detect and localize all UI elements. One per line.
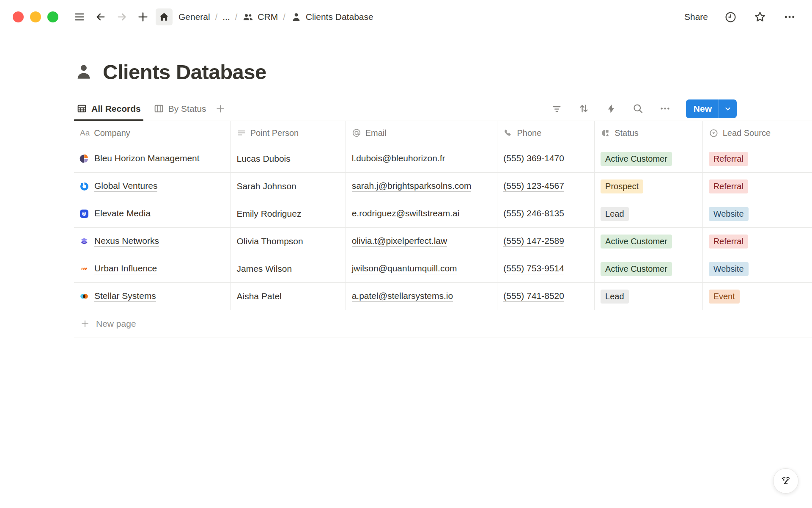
notion-ai-button[interactable] bbox=[773, 468, 798, 494]
email-link[interactable]: l.dubois@bleuhorizon.fr bbox=[352, 153, 445, 164]
table-row[interactable]: Global Ventures Sarah Johnson sarah.j@br… bbox=[74, 173, 812, 200]
status-badge[interactable]: Active Customer bbox=[601, 235, 672, 248]
table-row[interactable]: Urban Influence James Wilson jwilson@qua… bbox=[74, 255, 812, 283]
table-row[interactable]: Bleu Horizon Management Lucas Dubois l.d… bbox=[74, 145, 812, 173]
cell-status[interactable]: Active Customer bbox=[595, 228, 703, 255]
sidebar-menu-icon[interactable] bbox=[71, 8, 88, 25]
cell-lead-source[interactable]: Referral bbox=[703, 173, 812, 200]
cell-point-person[interactable]: Aisha Patel bbox=[231, 283, 346, 310]
company-link[interactable]: Urban Influence bbox=[94, 263, 157, 274]
company-link[interactable]: Nexus Networks bbox=[94, 236, 159, 247]
sort-icon[interactable] bbox=[577, 102, 591, 116]
new-page-row[interactable]: New page bbox=[74, 310, 812, 337]
phone-link[interactable]: (555) 741-8520 bbox=[503, 291, 564, 302]
cell-status[interactable]: Lead bbox=[595, 283, 703, 310]
cell-phone[interactable]: (555) 147-2589 bbox=[497, 228, 595, 255]
cell-phone[interactable]: (555) 123-4567 bbox=[497, 173, 595, 200]
cell-email[interactable]: e.rodriguez@swiftstream.ai bbox=[346, 200, 498, 227]
view-more-icon[interactable] bbox=[658, 102, 672, 116]
share-button[interactable]: Share bbox=[684, 12, 708, 22]
new-record-button[interactable]: New bbox=[686, 99, 737, 118]
page-title[interactable]: Clients Database bbox=[103, 60, 266, 84]
email-link[interactable]: sarah.j@brightsparksolns.com bbox=[352, 181, 472, 192]
column-header-email[interactable]: Email bbox=[346, 121, 498, 145]
cell-point-person[interactable]: James Wilson bbox=[231, 255, 346, 282]
cell-email[interactable]: olivia.t@pixelperfect.law bbox=[346, 228, 498, 255]
email-link[interactable]: a.patel@stellarsystems.io bbox=[352, 291, 453, 302]
status-badge[interactable]: Prospect bbox=[601, 179, 643, 193]
cell-email[interactable]: a.patel@stellarsystems.io bbox=[346, 283, 498, 310]
cell-company[interactable]: Nexus Networks bbox=[74, 228, 231, 255]
cell-status[interactable]: Prospect bbox=[595, 173, 703, 200]
search-icon[interactable] bbox=[631, 102, 645, 116]
minimize-window-button[interactable] bbox=[30, 11, 41, 22]
cell-phone[interactable]: (555) 753-9514 bbox=[497, 255, 595, 282]
cell-company[interactable]: Global Ventures bbox=[74, 173, 231, 200]
breadcrumb-current-page[interactable]: Clients Database bbox=[291, 11, 373, 23]
column-header-lead-source[interactable]: Lead Source bbox=[703, 121, 812, 145]
lead-source-badge[interactable]: Referral bbox=[709, 179, 748, 193]
table-row[interactable]: Nexus Networks Olivia Thompson olivia.t@… bbox=[74, 228, 812, 255]
cell-phone[interactable]: (555) 741-8520 bbox=[497, 283, 595, 310]
lead-source-badge[interactable]: Event bbox=[709, 290, 740, 304]
lead-source-badge[interactable]: Referral bbox=[709, 152, 748, 166]
close-window-button[interactable] bbox=[13, 11, 24, 22]
company-link[interactable]: Elevate Media bbox=[94, 208, 151, 219]
cell-company[interactable]: Elevate Media bbox=[74, 200, 231, 227]
more-options-icon[interactable] bbox=[782, 10, 797, 24]
column-header-phone[interactable]: Phone bbox=[497, 121, 595, 145]
tab-by-status[interactable]: By Status bbox=[151, 97, 209, 121]
cell-company[interactable]: Urban Influence bbox=[74, 255, 231, 282]
tab-all-records[interactable]: All Records bbox=[74, 97, 143, 121]
cell-point-person[interactable]: Olivia Thompson bbox=[231, 228, 346, 255]
new-record-dropdown[interactable] bbox=[719, 99, 737, 118]
status-badge[interactable]: Active Customer bbox=[601, 262, 672, 276]
cell-status[interactable]: Active Customer bbox=[595, 145, 703, 172]
cell-company[interactable]: Stellar Systems bbox=[74, 283, 231, 310]
filter-icon[interactable] bbox=[550, 102, 564, 116]
breadcrumb-crm[interactable]: CRM bbox=[242, 11, 278, 23]
status-badge[interactable]: Active Customer bbox=[601, 152, 672, 166]
favorite-star-icon[interactable] bbox=[753, 10, 767, 24]
email-link[interactable]: olivia.t@pixelperfect.law bbox=[352, 236, 447, 247]
cell-email[interactable]: sarah.j@brightsparksolns.com bbox=[346, 173, 498, 200]
cell-lead-source[interactable]: Event bbox=[703, 283, 812, 310]
breadcrumb-general[interactable]: General bbox=[178, 12, 210, 22]
cell-lead-source[interactable]: Referral bbox=[703, 228, 812, 255]
cell-lead-source[interactable]: Referral bbox=[703, 145, 812, 172]
automation-lightning-icon[interactable] bbox=[604, 102, 618, 116]
status-badge[interactable]: Lead bbox=[601, 290, 629, 304]
cell-lead-source[interactable]: Website bbox=[703, 255, 812, 282]
column-header-company[interactable]: Aa Company bbox=[74, 121, 231, 145]
lead-source-badge[interactable]: Referral bbox=[709, 235, 748, 248]
cell-point-person[interactable]: Sarah Johnson bbox=[231, 173, 346, 200]
cell-phone[interactable]: (555) 246-8135 bbox=[497, 200, 595, 227]
lead-source-badge[interactable]: Website bbox=[709, 207, 749, 221]
table-row[interactable]: Stellar Systems Aisha Patel a.patel@stel… bbox=[74, 283, 812, 310]
company-link[interactable]: Stellar Systems bbox=[94, 291, 156, 302]
email-link[interactable]: e.rodriguez@swiftstream.ai bbox=[352, 208, 460, 219]
add-view-icon[interactable] bbox=[215, 103, 226, 114]
cell-point-person[interactable]: Emily Rodriguez bbox=[231, 200, 346, 227]
column-header-status[interactable]: Status bbox=[595, 121, 703, 145]
phone-link[interactable]: (555) 147-2589 bbox=[503, 236, 564, 247]
breadcrumb-collapsed[interactable]: ... bbox=[222, 12, 230, 22]
cell-point-person[interactable]: Lucas Dubois bbox=[231, 145, 346, 172]
cell-company[interactable]: Bleu Horizon Management bbox=[74, 145, 231, 172]
cell-phone[interactable]: (555) 369-1470 bbox=[497, 145, 595, 172]
cell-email[interactable]: l.dubois@bleuhorizon.fr bbox=[346, 145, 498, 172]
email-link[interactable]: jwilson@quantumquill.com bbox=[352, 263, 457, 274]
cell-email[interactable]: jwilson@quantumquill.com bbox=[346, 255, 498, 282]
back-icon[interactable] bbox=[92, 8, 109, 25]
status-badge[interactable]: Lead bbox=[601, 207, 629, 221]
phone-link[interactable]: (555) 246-8135 bbox=[503, 208, 564, 219]
new-tab-icon[interactable] bbox=[134, 8, 151, 25]
home-icon[interactable] bbox=[156, 8, 173, 25]
cell-status[interactable]: Active Customer bbox=[595, 255, 703, 282]
table-row[interactable]: Elevate Media Emily Rodriguez e.rodrigue… bbox=[74, 200, 812, 228]
lead-source-badge[interactable]: Website bbox=[709, 262, 749, 276]
company-link[interactable]: Bleu Horizon Management bbox=[94, 153, 200, 164]
column-header-point-person[interactable]: Point Person bbox=[231, 121, 346, 145]
phone-link[interactable]: (555) 753-9514 bbox=[503, 263, 564, 274]
forward-icon[interactable] bbox=[113, 8, 130, 25]
